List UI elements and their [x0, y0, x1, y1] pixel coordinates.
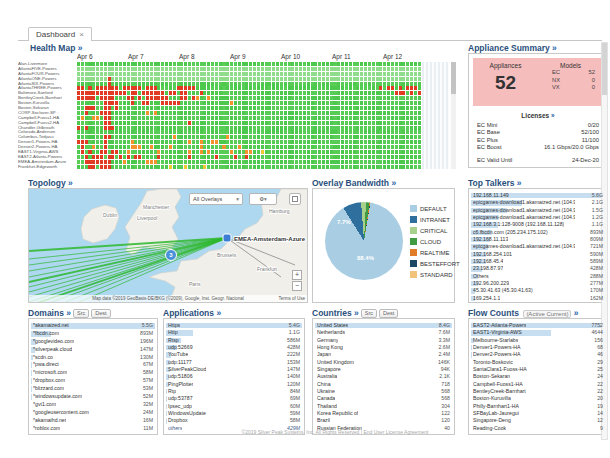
health-map-cell[interactable]: [207, 82, 210, 86]
health-map-cell[interactable]: [322, 91, 325, 95]
health-map-cell[interactable]: [200, 130, 203, 134]
health-map-cell[interactable]: [265, 145, 268, 149]
health-map-cell[interactable]: [391, 160, 394, 164]
health-map-cell[interactable]: [330, 135, 333, 139]
health-map-cell[interactable]: [395, 150, 398, 154]
health-map-cell[interactable]: [337, 86, 340, 90]
health-map-cell[interactable]: [337, 130, 340, 134]
health-map-cell[interactable]: [402, 150, 405, 154]
health-map-cell[interactable]: [337, 140, 340, 144]
health-map-cell[interactable]: [169, 72, 172, 76]
health-map-cell[interactable]: [226, 135, 229, 139]
health-map-cell[interactable]: [180, 145, 183, 149]
health-map-cell[interactable]: [261, 160, 264, 164]
health-map-cell[interactable]: [127, 116, 130, 120]
health-map-cell[interactable]: [406, 86, 409, 90]
health-map-cell[interactable]: [303, 116, 306, 120]
health-map-cell[interactable]: [268, 82, 271, 86]
health-map-cell[interactable]: [261, 82, 264, 86]
health-map-cell[interactable]: [364, 101, 367, 105]
health-map-cell[interactable]: [192, 91, 195, 95]
health-map-cell[interactable]: [222, 150, 225, 154]
health-map-cell[interactable]: [311, 82, 314, 86]
health-map-cell[interactable]: [345, 150, 348, 154]
health-map-cell[interactable]: [200, 150, 203, 154]
health-map-cell[interactable]: [245, 86, 248, 90]
health-map-cell[interactable]: [383, 91, 386, 95]
health-map-cell[interactable]: [85, 62, 88, 66]
health-map-cell[interactable]: [376, 86, 379, 90]
health-map-cell[interactable]: [85, 116, 88, 120]
health-map-cell[interactable]: [360, 126, 363, 130]
health-map-cell[interactable]: [268, 155, 271, 159]
health-map-cell[interactable]: [222, 91, 225, 95]
health-map-cell[interactable]: [119, 82, 122, 86]
health-map-cell[interactable]: [391, 77, 394, 81]
health-map-cell[interactable]: [230, 77, 233, 81]
health-map-cell[interactable]: [165, 165, 168, 169]
health-map-cell[interactable]: [115, 82, 118, 86]
health-map-cell[interactable]: [272, 135, 275, 139]
health-map-cell[interactable]: [360, 165, 363, 169]
health-map-cell[interactable]: [238, 111, 241, 115]
health-map-cell[interactable]: [356, 140, 359, 144]
health-map-cell[interactable]: [406, 82, 409, 86]
health-map-cell[interactable]: [383, 160, 386, 164]
health-map-cell[interactable]: [406, 135, 409, 139]
health-map-cell[interactable]: [406, 126, 409, 130]
health-map-cell[interactable]: [184, 155, 187, 159]
health-map-cell[interactable]: [284, 150, 287, 154]
health-map-cell[interactable]: [245, 116, 248, 120]
health-map-cell[interactable]: [249, 101, 252, 105]
health-map-cell[interactable]: [150, 150, 153, 154]
health-map-cell[interactable]: [349, 160, 352, 164]
health-map-cell[interactable]: [92, 67, 95, 71]
health-map-cell[interactable]: [127, 160, 130, 164]
health-map-cell[interactable]: [314, 62, 317, 66]
health-map-cell[interactable]: [399, 165, 402, 169]
health-map-cell[interactable]: [399, 121, 402, 125]
src-toggle-button[interactable]: Src: [361, 309, 377, 318]
country-row[interactable]: Netherlands 7.6M: [315, 329, 452, 336]
health-map-cell[interactable]: [322, 121, 325, 125]
health-map-cell[interactable]: [146, 101, 149, 105]
health-map-cell[interactable]: [81, 140, 84, 144]
health-map-cell[interactable]: [364, 82, 367, 86]
health-map-cell[interactable]: [356, 155, 359, 159]
health-map-cell[interactable]: [92, 62, 95, 66]
health-map-cell[interactable]: [219, 135, 222, 139]
health-map-cell[interactable]: [410, 160, 413, 164]
health-map-cell[interactable]: [157, 121, 160, 125]
health-map-cell[interactable]: [127, 121, 130, 125]
health-map-cell[interactable]: [257, 160, 260, 164]
health-map-cell[interactable]: [295, 116, 298, 120]
health-map-cell[interactable]: [207, 130, 210, 134]
health-map-cell[interactable]: [356, 111, 359, 115]
health-map-cell[interactable]: [88, 67, 91, 71]
health-map-cell[interactable]: [211, 111, 214, 115]
health-map-cell[interactable]: [226, 91, 229, 95]
health-map-cell[interactable]: [406, 150, 409, 154]
health-map-cell[interactable]: [234, 67, 237, 71]
health-map-cell[interactable]: [157, 145, 160, 149]
health-map-cell[interactable]: [192, 67, 195, 71]
health-map-cell[interactable]: [345, 135, 348, 139]
health-map-cell[interactable]: [379, 67, 382, 71]
health-map-cell[interactable]: [295, 111, 298, 115]
health-map-cell[interactable]: [333, 135, 336, 139]
health-map-cell[interactable]: [88, 96, 91, 100]
health-map-cell[interactable]: [406, 145, 409, 149]
health-map-cell[interactable]: [341, 111, 344, 115]
health-map-cell[interactable]: [242, 67, 245, 71]
health-map-cell[interactable]: [150, 67, 153, 71]
health-map-cell[interactable]: [165, 111, 168, 115]
health-map-cell[interactable]: [418, 111, 421, 115]
health-map-cell[interactable]: [253, 72, 256, 76]
health-map-cell[interactable]: [127, 101, 130, 105]
health-map-cell[interactable]: [318, 116, 321, 120]
health-map-cell[interactable]: [360, 140, 363, 144]
health-map-cell[interactable]: [318, 165, 321, 169]
health-map-cell[interactable]: [200, 101, 203, 105]
health-map-cell[interactable]: [200, 160, 203, 164]
health-map-cell[interactable]: [318, 82, 321, 86]
